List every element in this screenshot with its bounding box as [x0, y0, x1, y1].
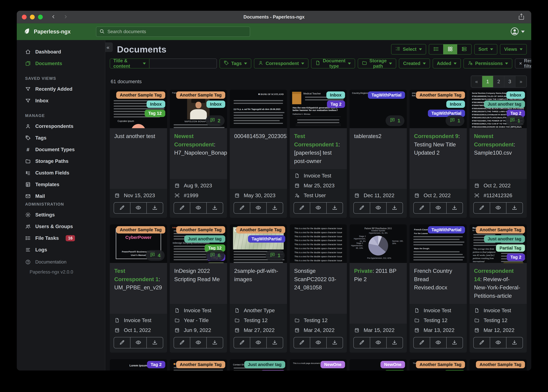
view-button[interactable]	[190, 337, 207, 348]
edit-button[interactable]	[234, 337, 250, 348]
card-title[interactable]: tablerates2	[350, 128, 407, 189]
tag[interactable]: TagWithPartial	[248, 235, 285, 243]
title-content-input[interactable]	[149, 59, 217, 68]
card-thumbnail[interactable]: Adobe Acrobat PDF FilesCupcake ipsumAnot…	[110, 90, 167, 128]
sidebar-item-tags[interactable]: Tags	[21, 132, 101, 144]
edit-button[interactable]	[414, 203, 430, 213]
document-card[interactable]: Test NameAnother Sample Tag	[170, 359, 227, 371]
sidebar-item-settings[interactable]: Settings	[21, 209, 101, 221]
card-thumbnail[interactable]: ❋ BANK OF SCOTLAND2,0 % p. a. auf Ihr Ta…	[230, 90, 287, 128]
tag[interactable]: Partial Tag	[496, 245, 525, 252]
page-3[interactable]: 3	[504, 76, 515, 87]
card-title[interactable]: Test Correspondent 1: [paperless] test p…	[290, 128, 347, 169]
document-card[interactable]: The SATPractice Test #1Make time to take…	[350, 359, 407, 371]
card-thumbnail[interactable]: Lorem ipsumLorem ipsum dolor sit amet, c…	[469, 359, 527, 371]
card-thumbnail[interactable]: This is a test for the double space char…	[290, 224, 347, 263]
sidebar-item-templates[interactable]: Templates	[21, 179, 101, 190]
download-button[interactable]	[387, 203, 403, 213]
tags-filter-button[interactable]: Tags	[220, 59, 251, 68]
sidebar-item-storage-paths[interactable]: Storage Paths	[21, 155, 101, 167]
sidebar-collapse-button[interactable]: «	[105, 42, 113, 52]
view-button[interactable]	[130, 203, 147, 213]
card-title[interactable]: Private: 2011 BP Pie 2	[350, 263, 407, 324]
download-button[interactable]	[147, 337, 163, 348]
card-title[interactable]: Newest Correspondent: H7_Napoleon_Bonapa…	[170, 128, 227, 179]
tag[interactable]: Inbox	[446, 101, 465, 108]
edit-button[interactable]	[354, 203, 370, 213]
tag[interactable]: Inbox	[506, 91, 525, 99]
tag[interactable]: Tag 2	[147, 361, 165, 368]
document-card[interactable]: Country,Region/State,"TagWithPartial1 ta…	[350, 90, 407, 218]
card-thumbnail[interactable]: Contact Sheet DemoJust another tagNewOne	[230, 359, 287, 371]
tag[interactable]: Another Sample Tag	[176, 226, 225, 233]
view-button[interactable]	[250, 203, 267, 213]
sidebar-item-dashboard[interactable]: Dashboard	[21, 46, 101, 58]
card-thumbnail[interactable]: Country,Region/State,"TagWithPartial1	[350, 90, 407, 128]
view-button[interactable]	[130, 337, 147, 348]
sidebar-item-file-tasks[interactable]: File Tasks16	[21, 232, 101, 244]
card-title[interactable]: Sonstige ScanPC2022 03-24_081058	[290, 263, 347, 314]
tag[interactable]: Inbox	[326, 91, 345, 99]
correspondent-link[interactable]: Test Correspondent 1	[114, 268, 159, 282]
view-button[interactable]	[310, 337, 327, 348]
download-button[interactable]	[327, 337, 343, 348]
document-type-filter-button[interactable]: Document type	[311, 59, 355, 68]
edit-button[interactable]	[174, 203, 190, 213]
document-card[interactable]: Review of Arbitral Awards Certainty of A…	[469, 224, 527, 353]
document-card[interactable]: Boundary Waters TripAnother Sample TagTa…	[230, 224, 287, 353]
user-menu[interactable]	[510, 27, 525, 36]
permissions-filter-button[interactable]: Permissions	[463, 59, 512, 68]
tag[interactable]: Another Sample Tag	[416, 361, 465, 368]
card-title[interactable]: Correspondent 9: Testing New Title Updat…	[410, 128, 467, 189]
tag[interactable]: TagWithPartial	[428, 226, 465, 233]
views-button[interactable]: Views	[500, 44, 527, 55]
created-filter-button[interactable]: Created	[399, 59, 430, 68]
edit-button[interactable]	[474, 203, 490, 213]
correspondent-link[interactable]: Correspondent 14	[474, 268, 514, 282]
title-content-filter[interactable]: Title & content	[110, 59, 149, 68]
download-button[interactable]	[506, 203, 523, 213]
share-icon[interactable]	[518, 13, 524, 21]
tag[interactable]: NewOne	[381, 361, 405, 368]
tag[interactable]: Another Sample Tag	[476, 361, 525, 368]
back-icon[interactable]	[51, 14, 56, 20]
tag[interactable]: Tag 12	[444, 370, 465, 371]
download-button[interactable]	[147, 203, 163, 213]
edit-button[interactable]	[294, 337, 310, 348]
view-button[interactable]	[370, 203, 387, 213]
reset-filters-button[interactable]: ×Reset filters	[515, 59, 531, 68]
tag[interactable]: Another Sample Tag	[416, 91, 465, 99]
tag[interactable]: Inbox	[206, 101, 225, 108]
sidebar-item-logs[interactable]: Logs	[21, 244, 101, 256]
document-card[interactable]: one,1.0five,5.0Another Sample TagInboxTa…	[410, 90, 467, 218]
card-thumbnail[interactable]: AdobeInDesign Scripting DocumentationAno…	[170, 224, 227, 263]
card-thumbnail[interactable]: Review of Arbitral Awards Certainty of A…	[469, 224, 527, 263]
card-thumbnail[interactable]: French Country BreadFor the LeavenMake t…	[410, 224, 467, 263]
tag[interactable]: Another Sample Tag	[176, 361, 225, 368]
view-button[interactable]	[430, 203, 447, 213]
edit-button[interactable]	[414, 337, 430, 348]
edit-button[interactable]	[294, 203, 310, 213]
edit-button[interactable]	[474, 337, 490, 348]
document-card[interactable]: This is a test for the double space char…	[290, 224, 347, 353]
view-button[interactable]	[190, 203, 207, 213]
document-card[interactable]: Francja pod rNAPOLEON BONAPARTEAnother S…	[170, 90, 227, 218]
page-first[interactable]: «	[471, 76, 482, 87]
view-button[interactable]	[310, 203, 327, 213]
document-card[interactable]: Patient BP Distribution 2011 Isolated Sy…	[350, 224, 407, 353]
document-card[interactable]: Contact Sheet DemoJust another tagNewOne	[230, 359, 287, 371]
tag[interactable]: Another Sample Tag	[116, 91, 165, 99]
tag[interactable]: Tag 2	[327, 101, 345, 108]
card-title[interactable]: Just another test	[110, 128, 167, 189]
view-mode-cards-view[interactable]	[457, 44, 471, 54]
view-mode-list-view[interactable]	[429, 44, 443, 54]
download-button[interactable]	[387, 337, 403, 348]
tag[interactable]: Another Sample Tag	[176, 91, 225, 99]
view-mode-grid-view[interactable]	[443, 44, 457, 54]
sidebar-item-custom-fields[interactable]: Custom Fields	[21, 167, 101, 179]
tag[interactable]: TagWithPartial	[368, 91, 405, 99]
sidebar-item-users-groups[interactable]: Users & Groups	[21, 221, 101, 232]
card-title[interactable]: Newest Correspondent: Sample100.csv	[469, 128, 527, 179]
card-thumbnail[interactable]: CyberPowerPowerPanel® Business EditionUs…	[110, 224, 167, 263]
view-button[interactable]	[370, 337, 387, 348]
